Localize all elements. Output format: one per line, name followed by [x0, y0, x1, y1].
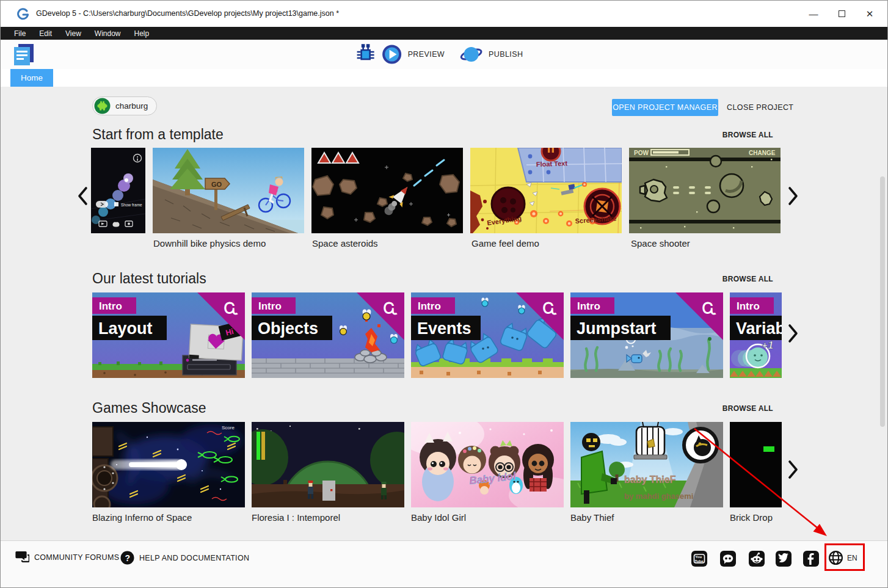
tutorial-card-jumpstart[interactable]: Ꮹ Intro Jumpstart — [570, 292, 723, 378]
language-selector[interactable]: EN — [828, 550, 857, 565]
tutorial-word: Jumpstart — [577, 319, 657, 338]
discord-icon[interactable] — [720, 551, 736, 567]
baby-thief-byline: by mahdi ghasemi — [624, 492, 693, 501]
tutorial-word: Layout — [98, 319, 153, 338]
showcase-caption: Baby Thief — [570, 512, 614, 523]
tutorial-card-layout[interactable]: Hi Ꮹ Intro Layout — [92, 292, 245, 378]
window-controls: — ✕ — [799, 1, 884, 27]
help-icon: ? — [120, 551, 134, 565]
chevron-right-icon[interactable] — [787, 460, 799, 479]
menu-file[interactable]: File — [1, 27, 32, 40]
facebook-icon[interactable] — [803, 551, 819, 567]
gdevelop-corner-logo: Ꮹ — [702, 300, 716, 316]
template-card-art-space-shooter: POW CHANGE — [629, 148, 781, 233]
language-label: EN — [847, 554, 857, 562]
showcase-card-brick-drop-partial[interactable] — [730, 422, 782, 507]
community-forums-label: COMMUNITY FORUMS — [34, 553, 119, 562]
showcase-caption: Baby Idol Girl — [411, 512, 466, 523]
tutorial-card-events[interactable]: Ꮹ Intro Events — [411, 292, 564, 378]
chevron-left-icon[interactable] — [76, 186, 89, 206]
svg-text:Tube: Tube — [695, 559, 704, 563]
menu-help[interactable]: Help — [128, 27, 156, 40]
main-toolbar: PREVIEW PUBLISH — [1, 40, 887, 69]
maximize-icon[interactable] — [828, 1, 856, 27]
showcase-card-blazing-inferno[interactable]: Score — [92, 422, 245, 507]
tutorial-card-art-jumpstart: Ꮹ Intro Jumpstart — [570, 292, 723, 378]
tutorial-word: Events — [417, 319, 471, 338]
tutorial-badge: Intro — [99, 300, 122, 312]
project-manager-icon[interactable] — [12, 43, 37, 67]
showcase-carousel: Score — [92, 422, 782, 507]
templates-section-title: Start from a template — [92, 126, 224, 143]
title-bar: GDevelop 5 - C:\Users\charburg\Documents… — [1, 1, 887, 27]
showcase-card-art-floresia — [252, 422, 404, 507]
chevron-right-icon[interactable] — [787, 324, 799, 343]
template-card-comet-partial[interactable]: Show frame — [91, 148, 145, 233]
tutorial-badge: Intro — [577, 300, 600, 312]
showcase-card-baby-idol-girl[interactable]: Baby idol — [411, 422, 564, 507]
help-documentation-link[interactable]: ? HELP AND DOCUMENTATION — [120, 551, 249, 565]
preview-play-icon[interactable] — [382, 44, 402, 65]
showcase-card-art-blazing-inferno: Score — [92, 422, 245, 507]
menu-window[interactable]: Window — [88, 27, 128, 40]
plus-one-label: +1 — [762, 339, 773, 351]
change-label: CHANGE — [749, 150, 776, 156]
showcase-caption: Floresia I : Intemporel — [252, 512, 340, 523]
gdevelop-corner-logo: Ꮹ — [224, 300, 238, 316]
vertical-scrollbar[interactable] — [880, 176, 885, 427]
template-card-space-shooter[interactable]: POW CHANGE — [629, 148, 781, 233]
globe-icon — [828, 550, 843, 565]
tutorial-card-art-variables: +1 Intro Variab — [730, 292, 782, 378]
tutorial-badge: Intro — [418, 300, 441, 312]
twitter-icon[interactable] — [776, 551, 792, 567]
gdevelop-logo-icon — [17, 8, 29, 23]
open-project-manager-button[interactable]: OPEN PROJECT MANAGER — [612, 99, 718, 116]
tutorial-word: Objects — [258, 319, 318, 338]
showcase-card-art-baby-idol: Baby idol — [411, 422, 564, 507]
showcase-caption: Brick Drop — [730, 512, 773, 523]
preview-button[interactable]: PREVIEW — [408, 50, 445, 59]
show-frame-label: Show frame — [121, 203, 142, 207]
showcase-browse-all[interactable]: BROWSE ALL — [722, 404, 773, 413]
showcase-card-art-baby-thief: baby ThieF by mahdi ghasemi — [570, 422, 723, 507]
tutorial-word: Variab — [736, 319, 782, 338]
publish-button[interactable]: PUBLISH — [489, 50, 523, 59]
chevron-right-icon[interactable] — [787, 186, 799, 206]
tutorials-section-title: Our latest tutorials — [92, 270, 206, 287]
showcase-card-floresia[interactable] — [252, 422, 404, 507]
reddit-icon[interactable] — [749, 551, 765, 567]
publish-planet-icon[interactable] — [460, 44, 483, 65]
template-card-art-game-feel: Float Text — [470, 148, 622, 233]
close-icon[interactable]: ✕ — [856, 1, 884, 27]
go-sign-label: GO — [211, 181, 222, 188]
template-card-downhill-bike[interactable]: GO — [153, 148, 304, 233]
forum-icon — [15, 551, 29, 564]
template-caption: Downhill bike physics demo — [153, 238, 266, 249]
user-account-chip[interactable]: charburg — [92, 96, 157, 115]
template-card-space-asteroids[interactable] — [311, 148, 463, 233]
debug-icon[interactable] — [355, 44, 376, 65]
template-caption: Space asteroids — [312, 238, 378, 249]
minimize-icon[interactable]: — — [799, 1, 828, 27]
footer-bar: COMMUNITY FORUMS ? HELP AND DOCUMENTATIO… — [1, 540, 887, 588]
username: charburg — [115, 101, 148, 111]
tab-home[interactable]: Home — [10, 69, 53, 87]
template-card-game-feel-demo[interactable]: Float Text — [470, 148, 622, 233]
menu-edit[interactable]: Edit — [32, 27, 59, 40]
svg-text:?: ? — [125, 553, 131, 563]
tutorials-carousel: Hi Ꮹ Intro Layout — [92, 292, 782, 378]
youtube-icon[interactable]: You Tube — [691, 551, 707, 567]
tutorials-browse-all[interactable]: BROWSE ALL — [722, 275, 773, 283]
menu-view[interactable]: View — [59, 27, 88, 40]
showcase-section-title: Games Showcase — [92, 400, 206, 416]
close-project-button[interactable]: CLOSE PROJECT — [723, 99, 797, 116]
window-title: GDevelop 5 - C:\Users\charburg\Documents… — [36, 9, 339, 18]
avatar — [94, 98, 111, 114]
templates-browse-all[interactable]: BROWSE ALL — [722, 131, 773, 139]
template-card-art-comet: Show frame — [91, 148, 145, 233]
tutorial-badge: Intro — [258, 300, 282, 312]
community-forums-link[interactable]: COMMUNITY FORUMS — [15, 551, 119, 564]
tutorial-card-objects[interactable]: Ꮹ Intro Objects — [252, 292, 404, 378]
tutorial-card-variables-partial[interactable]: +1 Intro Variab — [730, 292, 782, 378]
showcase-card-baby-thief[interactable]: baby ThieF by mahdi ghasemi — [570, 422, 723, 507]
